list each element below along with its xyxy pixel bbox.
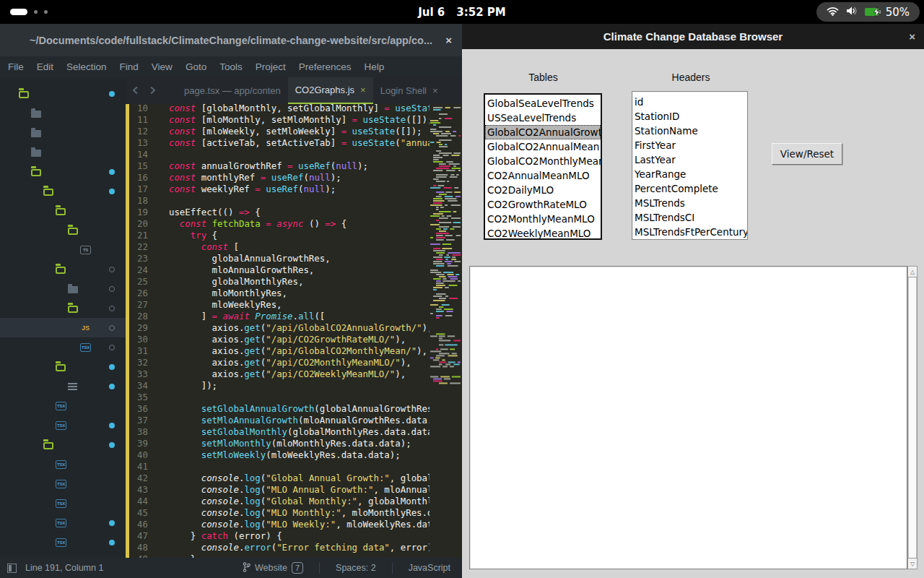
minimap[interactable] — [430, 104, 462, 558]
modified-dot-icon — [109, 189, 115, 194]
tree-item-Footer.tsx[interactable]: TSX — [0, 493, 126, 513]
tree-item-EarthModel.t[interactable]: TSX — [0, 474, 126, 493]
tsx-file-icon: TSX — [56, 421, 66, 430]
open-circle-icon — [109, 325, 115, 331]
tree-item-s[interactable] — [0, 298, 126, 318]
list-item[interactable]: MSLTrends — [632, 196, 747, 210]
list-item[interactable]: StationName — [632, 124, 747, 138]
sidebar-toggle-icon[interactable] — [7, 564, 17, 573]
tree-item-.next[interactable] — [0, 103, 126, 123]
tree-item-[table][interactable] — [0, 220, 126, 240]
menu-item-goto[interactable]: Goto — [179, 56, 213, 77]
modified-dot-icon — [109, 442, 115, 448]
editor-sidebar-file-tree: TSJSTSXTSXTSXTSXTSXTSXTSXTSX — [0, 77, 126, 558]
list-item[interactable]: GlobalSeaLevelTrends — [485, 96, 601, 111]
line-number: 29 — [129, 322, 158, 334]
tree-item-api[interactable] — [0, 201, 126, 220]
tables-listbox[interactable]: GlobalSeaLevelTrendsUSSeaLevelTrendsGlob… — [484, 93, 602, 240]
code-line: 12 const [mloWeekly, setMloWeekly] = use… — [129, 126, 430, 137]
tab-nav-back-icon[interactable] — [126, 84, 144, 98]
folder-closed-icon — [31, 150, 41, 157]
code-line: 10 const [globalMonthly, setGlobalMonthl… — [129, 104, 430, 114]
list-item[interactable]: CO2MonthlyMeanMLO — [485, 212, 601, 226]
results-text-area[interactable] — [469, 266, 907, 569]
list-item[interactable]: FirstYear — [632, 138, 747, 152]
line-number: 32 — [129, 357, 158, 368]
tree-item-layout.tsx[interactable]: TSX — [0, 396, 126, 415]
tab-nav-forward-icon[interactable] — [144, 84, 161, 98]
list-item[interactable]: CO2WeeklyMeanMLO — [485, 226, 601, 240]
gnome-top-bar: Jul 6 3:52 PM 50% — [0, 0, 924, 24]
tree-item-i[interactable] — [0, 279, 126, 298]
line-number: 15 — [129, 160, 158, 172]
scrollbar-up-arrow-icon[interactable]: △ — [908, 267, 917, 277]
menu-item-tools[interactable]: Tools — [213, 56, 249, 77]
indent-setting[interactable]: Spaces: 2 — [320, 563, 392, 573]
list-item[interactable]: MSLTrendsCI — [632, 210, 747, 225]
list-item[interactable]: PercentComplete — [632, 181, 747, 196]
tab-close-icon[interactable]: × — [360, 85, 366, 95]
tree-item-app[interactable] — [0, 181, 126, 201]
tree-item-src[interactable] — [0, 162, 126, 181]
tree-item-climate-chang[interactable] — [0, 84, 126, 103]
list-item[interactable]: GlobalCO2MonthlyMean — [485, 154, 601, 168]
editor-title-bar[interactable]: ~/Documents/code/fullstack/ClimateChange… — [0, 24, 462, 56]
list-item[interactable]: CO2DailyMLO — [485, 183, 601, 197]
menu-item-selection[interactable]: Selection — [60, 56, 113, 77]
results-scrollbar[interactable]: △ ▽ — [907, 266, 918, 569]
tree-item-Clouds.tsx[interactable]: TSX — [0, 454, 126, 474]
tree-item-gl[interactable] — [0, 376, 126, 396]
tree-item-node_modules[interactable] — [0, 123, 126, 142]
tree-item-page[interactable]: TSX — [0, 415, 126, 435]
code-line: 15 const annualGrowthRef = useRef(null); — [129, 160, 430, 172]
tab-close-icon[interactable]: × — [432, 85, 438, 96]
list-item[interactable]: USSeaLevelTrends — [485, 111, 601, 125]
list-item[interactable]: id — [632, 95, 747, 109]
tree-item-Table[interactable]: TSX — [0, 532, 126, 552]
tab-page.tsx[interactable]: page.tsx — app/conten — [177, 77, 288, 104]
headers-listbox[interactable]: idStationIDStationNameFirstYearLastYearY… — [632, 91, 748, 240]
list-item[interactable]: YearRange — [632, 167, 747, 181]
tree-item-file[interactable]: JS — [0, 318, 126, 337]
menu-item-preferences[interactable]: Preferences — [292, 56, 358, 77]
tab-Login[interactable]: Login Shell× — [373, 77, 445, 104]
battery-percent-label: 50% — [886, 6, 910, 19]
menu-item-project[interactable]: Project — [249, 56, 292, 77]
list-item[interactable]: CO2AnnualMeanMLO — [485, 168, 601, 183]
scrollbar-thumb[interactable] — [908, 277, 917, 558]
menu-item-help[interactable]: Help — [358, 56, 391, 77]
tree-item-file[interactable]: TSX — [0, 337, 126, 357]
list-item[interactable]: LastYear — [632, 152, 747, 167]
tree-item-public[interactable] — [0, 142, 126, 162]
list-item[interactable]: CO2GrowthRateMLO — [485, 197, 601, 212]
system-status-pill[interactable]: 50% — [816, 2, 920, 22]
tree-item-route.t[interactable]: TS — [0, 240, 126, 259]
tree-item-cont[interactable] — [0, 259, 126, 279]
tsx-file-icon: TSX — [56, 499, 66, 508]
line-number: 44 — [129, 496, 158, 507]
list-item[interactable]: GlobalCO2AnnualMean — [485, 139, 601, 154]
list-item[interactable]: MSLTrendsFtPerCentury — [632, 225, 747, 239]
js-file-icon: JS — [80, 324, 91, 332]
menu-item-edit[interactable]: Edit — [30, 56, 60, 77]
list-item[interactable]: StationID — [632, 109, 747, 124]
git-branch-status[interactable]: Website 7 — [227, 562, 319, 574]
syntax-mode[interactable]: JavaScript — [393, 563, 462, 573]
tree-item-style[interactable] — [0, 357, 126, 376]
db-browser-title-bar[interactable]: Climate Change Database Browser × — [462, 24, 924, 49]
code-line: 34 ]); — [129, 380, 430, 392]
tree-item-compo[interactable] — [0, 435, 126, 454]
menu-item-file[interactable]: File — [1, 56, 30, 77]
editor-close-icon[interactable]: × — [445, 24, 452, 56]
menu-item-find[interactable]: Find — [113, 56, 145, 77]
code-editor-area[interactable]: 10 const [globalMonthly, setGlobalMonthl… — [129, 104, 430, 558]
clock[interactable]: Jul 6 3:52 PM — [0, 0, 924, 24]
list-item[interactable]: GlobalCO2AnnualGrowth — [485, 125, 601, 139]
view-reset-button[interactable]: View/Reset — [772, 143, 842, 165]
db-browser-close-icon[interactable]: × — [909, 24, 915, 49]
modified-dot-icon — [109, 169, 115, 175]
tree-item-NavB[interactable]: TSX — [0, 513, 126, 532]
scrollbar-down-arrow-icon[interactable]: ▽ — [908, 558, 917, 569]
menu-item-view[interactable]: View — [145, 56, 179, 77]
tab-CO2Graphs.js[interactable]: CO2Graphs.js× — [288, 77, 373, 104]
